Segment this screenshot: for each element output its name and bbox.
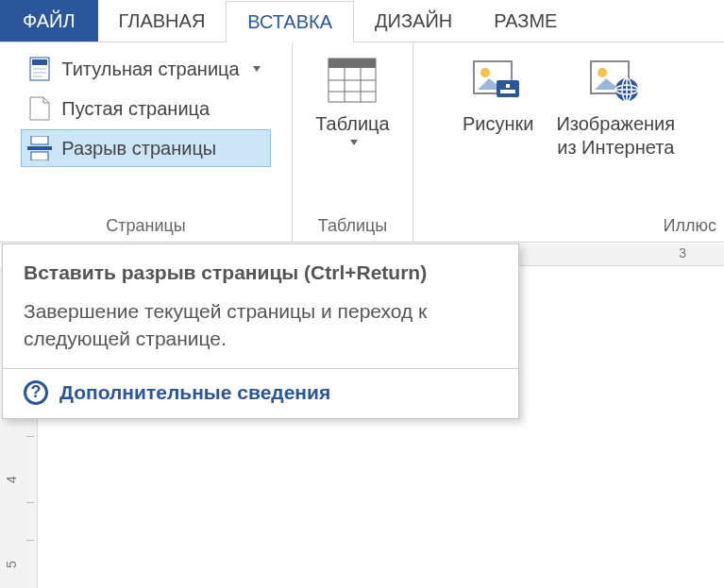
- online-pictures-button[interactable]: Изображения из Интернета: [547, 48, 684, 212]
- online-pictures-icon: [589, 54, 642, 107]
- tab-home[interactable]: ГЛАВНАЯ: [98, 0, 227, 42]
- page-break-button[interactable]: Разрыв страницы: [21, 129, 270, 167]
- table-label: Таблица: [315, 113, 389, 134]
- svg-rect-16: [497, 80, 519, 97]
- tab-design[interactable]: ДИЗАЙН: [354, 0, 473, 42]
- page-break-icon: [27, 136, 52, 160]
- svg-point-15: [480, 68, 490, 77]
- svg-point-20: [598, 68, 607, 77]
- pictures-label: Рисунки: [463, 112, 533, 136]
- svg-rect-1: [32, 59, 47, 65]
- tab-file[interactable]: ФАЙЛ: [0, 0, 98, 42]
- svg-rect-17: [500, 90, 515, 93]
- ruler-v-4: 4: [4, 476, 19, 483]
- cover-page-button[interactable]: Титульная страница: [21, 50, 270, 88]
- tell-me-more-link[interactable]: ? Дополнительные сведения: [24, 380, 497, 405]
- table-icon: [326, 54, 379, 107]
- blank-page-label: Пустая страница: [61, 98, 210, 120]
- svg-rect-5: [31, 136, 48, 144]
- group-tables-label: Таблицы: [300, 212, 405, 242]
- screentip: Вставить разрыв страницы (Ctrl+Return) З…: [2, 244, 519, 419]
- dropdown-caret-icon: [350, 140, 358, 145]
- screentip-description: Завершение текущей страницы и переход к …: [24, 297, 497, 353]
- tab-layout[interactable]: РАЗМЕ: [473, 0, 578, 42]
- online-pictures-label-1: Изображения: [556, 113, 675, 134]
- svg-rect-6: [31, 152, 48, 160]
- online-pictures-label-2: из Интернета: [557, 137, 674, 158]
- cover-page-label: Титульная страница: [61, 59, 239, 80]
- screentip-title: Вставить разрыв страницы (Ctrl+Return): [24, 261, 497, 284]
- divider: [3, 368, 518, 369]
- table-button[interactable]: Таблица: [306, 48, 398, 145]
- help-icon: ?: [24, 380, 48, 405]
- tell-me-more-label: Дополнительные сведения: [59, 381, 330, 404]
- group-pages-label: Страницы: [8, 212, 284, 242]
- ruler-v-5: 5: [4, 561, 19, 568]
- pictures-button[interactable]: Рисунки: [453, 48, 543, 212]
- svg-rect-18: [506, 84, 510, 88]
- ribbon-tabs: ФАЙЛ ГЛАВНАЯ ВСТАВКА ДИЗАЙН РАЗМЕ: [0, 0, 724, 42]
- group-illustrations-label: Иллюс: [421, 212, 716, 242]
- svg-rect-7: [27, 146, 52, 150]
- group-pages: Титульная страница Пустая страница: [0, 42, 293, 242]
- dropdown-caret-icon: [253, 66, 261, 72]
- blank-page-button[interactable]: Пустая страница: [21, 90, 270, 127]
- cover-page-icon: [27, 57, 52, 81]
- ruler-h-mark: 3: [679, 245, 686, 260]
- group-illustrations: Рисунки Изображения: [413, 42, 724, 242]
- ribbon: Титульная страница Пустая страница: [0, 42, 724, 243]
- group-tables: Таблица Таблицы: [293, 42, 413, 242]
- tab-insert[interactable]: ВСТАВКА: [226, 1, 354, 42]
- blank-page-icon: [27, 96, 52, 121]
- svg-rect-9: [328, 59, 376, 68]
- pictures-icon: [472, 54, 525, 107]
- page-break-label: Разрыв страницы: [61, 138, 216, 160]
